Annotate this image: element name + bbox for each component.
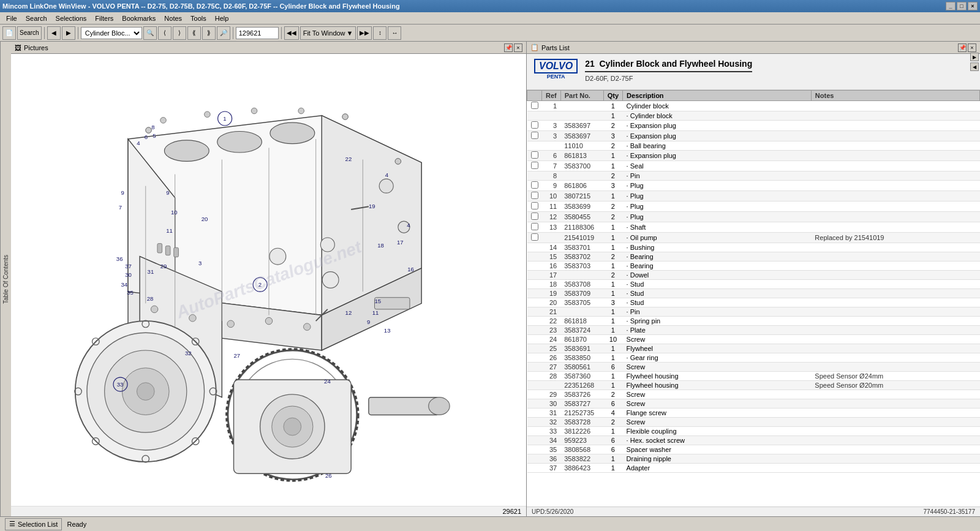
table-row[interactable]: 82· Pin <box>527 171 980 181</box>
row-checkbox[interactable] <box>531 181 538 189</box>
maximize-button[interactable]: □ <box>957 2 967 10</box>
table-row[interactable]: 1435837011· Bushing <box>527 243 980 252</box>
svg-text:33: 33 <box>116 381 123 388</box>
side-icon-1[interactable]: ▶ <box>970 53 979 61</box>
toolbar-extra-2[interactable]: ↔ <box>388 26 401 40</box>
part-number-input[interactable] <box>236 27 279 39</box>
view-btn-1[interactable]: 🔍 <box>143 26 157 40</box>
table-row[interactable]: 335836972· Expansion plug <box>527 121 980 131</box>
table-row[interactable]: 13211883061· Shaft <box>527 222 980 233</box>
side-icon-2[interactable]: ◀ <box>970 62 979 71</box>
table-row[interactable]: 1535837022· Bearing <box>527 252 980 262</box>
row-checkbox[interactable] <box>531 102 538 109</box>
nav-btn-3[interactable]: ⟪ <box>187 26 201 40</box>
table-row[interactable]: 2735805616Screw <box>527 363 980 372</box>
table-row[interactable]: 172· Dowel <box>527 271 980 280</box>
panel-pin[interactable]: 📌 <box>504 43 513 52</box>
row-qty: 1 <box>603 372 622 381</box>
nav-prev[interactable]: ◀◀ <box>284 26 299 40</box>
menu-notes[interactable]: Notes <box>160 14 186 23</box>
title-bar-buttons[interactable]: _ □ × <box>946 2 978 10</box>
table-row[interactable]: 2035837053· Stud <box>527 298 980 307</box>
table-row[interactable]: 2335837241· Plate <box>527 326 980 335</box>
table-row[interactable]: 1038072151· Plug <box>527 191 980 201</box>
nav-btn-1[interactable]: ⟨ <box>158 26 172 40</box>
table-row[interactable]: 228618181· Spring pin <box>527 317 980 326</box>
table-row[interactable]: 3738864231Adapter <box>527 464 980 473</box>
toolbar-extra-1[interactable]: ↕ <box>373 26 386 40</box>
parts-panel-controls[interactable]: 📌 × <box>958 43 976 52</box>
table-row[interactable]: 335836973· Expansion plug <box>527 131 980 141</box>
table-row[interactable]: 2835873601Flywheel housingSpeed Sensor Ø… <box>527 372 980 381</box>
nav-btn-2[interactable]: ⟩ <box>173 26 186 40</box>
row-checkbox[interactable] <box>531 192 538 199</box>
table-row[interactable]: 3635838221Draining nipple <box>527 454 980 464</box>
table-row[interactable]: 735837001· Seal <box>527 161 980 171</box>
toc-sidebar[interactable]: Table Of Contents <box>0 42 11 516</box>
forward-button[interactable]: ▶ <box>62 26 75 40</box>
row-checkbox[interactable] <box>531 233 538 241</box>
nav-btn-4[interactable]: ⟫ <box>202 26 216 40</box>
row-checkbox-cell <box>527 344 542 353</box>
parts-close[interactable]: × <box>968 43 976 52</box>
menu-help[interactable]: Help <box>211 14 233 23</box>
table-row[interactable]: 1935837091· Stud <box>527 289 980 298</box>
table-row[interactable]: 31212527354Flange screw <box>527 409 980 418</box>
table-row[interactable]: 2935837262Screw <box>527 390 980 399</box>
row-checkbox[interactable] <box>531 151 538 159</box>
close-button[interactable]: × <box>968 2 978 10</box>
panel-close[interactable]: × <box>514 43 522 52</box>
table-row[interactable]: 3338122261Flexible coupling <box>527 427 980 436</box>
table-row[interactable]: 2635838501· Gear ring <box>527 353 980 363</box>
row-ref: 25 <box>542 344 561 353</box>
menu-tools[interactable]: Tools <box>187 14 210 23</box>
table-row[interactable]: 68618131· Expansion plug <box>527 151 980 161</box>
menu-search[interactable]: Search <box>22 14 51 23</box>
row-partno: 3583699 <box>560 201 603 212</box>
selection-list-button[interactable]: ☰ Selection List <box>5 518 62 530</box>
search-button[interactable]: Search <box>17 26 42 40</box>
row-desc: Adapter <box>623 464 812 473</box>
table-row[interactable]: 3538085686Spacer washer <box>527 445 980 454</box>
menu-file[interactable]: File <box>2 14 21 23</box>
table-row[interactable]: 1835837081· Stud <box>527 280 980 289</box>
row-checkbox[interactable] <box>531 162 538 169</box>
table-row[interactable]: 2535836911Flywheel <box>527 344 980 353</box>
table-row[interactable]: 11Cylinder block <box>527 101 980 111</box>
row-checkbox[interactable] <box>531 132 538 139</box>
parts-table-wrapper[interactable]: Ref Part No. Qty Description Notes 11Cyl… <box>527 90 980 507</box>
table-row[interactable]: 1135836992· Plug <box>527 201 980 212</box>
panel-controls[interactable]: 📌 × <box>504 43 522 52</box>
table-row[interactable]: 349592236· Hex. socket screw <box>527 436 980 445</box>
table-row[interactable]: 1· Cylinder block <box>527 111 980 121</box>
table-row[interactable]: 3235837282Screw <box>527 418 980 427</box>
toolbar-icon-1[interactable]: 📄 <box>2 26 16 40</box>
table-row[interactable]: 98618063· Plug <box>527 181 980 191</box>
table-row[interactable]: 211· Pin <box>527 307 980 317</box>
row-checkbox[interactable] <box>531 223 538 230</box>
table-row[interactable]: 215410191· Oil pumpReplaced by 21541019 <box>527 233 980 243</box>
menu-filters[interactable]: Filters <box>91 14 117 23</box>
table-row[interactable]: 110102· Ball bearing <box>527 141 980 151</box>
row-checkbox-cell <box>527 233 542 243</box>
zoom-in[interactable]: 🔎 <box>217 26 230 40</box>
row-checkbox[interactable] <box>531 202 538 209</box>
menu-selections[interactable]: Selections <box>52 14 91 23</box>
row-checkbox[interactable] <box>531 121 538 129</box>
parts-pin[interactable]: 📌 <box>958 43 967 52</box>
fit-window-dropdown-icon[interactable]: ▼ <box>347 29 353 37</box>
table-row[interactable]: 223512681Flywheel housingSpeed Sensor Ø2… <box>527 381 980 390</box>
table-row[interactable]: 2486187010Screw <box>527 335 980 344</box>
svg-point-22 <box>137 383 154 401</box>
fit-to-window-button[interactable]: Fit To Window ▼ <box>300 26 356 40</box>
nav-next[interactable]: ▶▶ <box>357 26 372 40</box>
back-button[interactable]: ◀ <box>47 26 61 40</box>
table-row[interactable]: 1635837031· Bearing <box>527 262 980 271</box>
table-row[interactable]: 3035837276Screw <box>527 399 980 409</box>
minimize-button[interactable]: _ <box>946 2 956 10</box>
menu-bookmarks[interactable]: Bookmarks <box>118 14 159 23</box>
part-selector[interactable]: Cylinder Bloc... <box>81 27 142 39</box>
row-notes <box>811 436 979 445</box>
row-checkbox[interactable] <box>531 213 538 220</box>
table-row[interactable]: 1235804552· Plug <box>527 212 980 222</box>
